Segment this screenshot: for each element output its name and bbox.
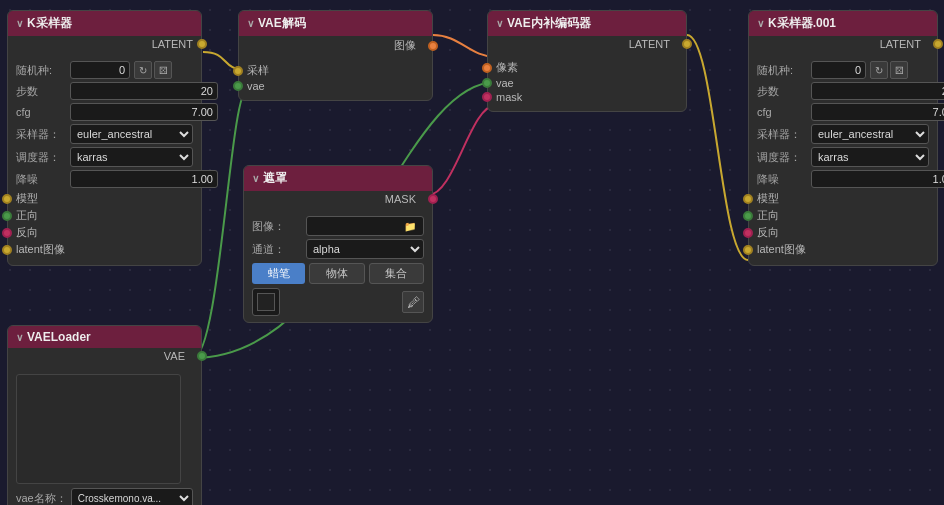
vae-inpaint-header: ∨ VAE内补编码器: [488, 11, 686, 36]
vae-output-port[interactable]: [197, 351, 207, 361]
vae-name-select[interactable]: Crosskemono.va...: [71, 488, 193, 505]
mask-draw-area[interactable]: [252, 288, 280, 316]
collapse-icon-mask[interactable]: ∨: [252, 173, 259, 184]
sampler-select-2[interactable]: euler_ancestral: [811, 124, 929, 144]
latent-output-port-2[interactable]: [682, 39, 692, 49]
mask-tools-row: 🖉: [252, 288, 424, 316]
channel-field-label: 通道：: [252, 242, 302, 257]
scheduler-label-2: 调度器：: [757, 150, 807, 165]
vae-input-port-dec[interactable]: [233, 81, 243, 91]
object-button[interactable]: 物体: [309, 263, 364, 284]
sampler-label-2: 采样器：: [757, 127, 807, 142]
latent-output-label-2: LATENT: [629, 38, 670, 50]
scheduler-select[interactable]: karras: [70, 147, 193, 167]
mask-node: ∨ 遮罩 MASK 图像： 📁 通道： alpha red green blue…: [243, 165, 433, 323]
dice-button[interactable]: ⚄: [154, 61, 172, 79]
positive-input-port[interactable]: [2, 211, 12, 221]
image-field-label: 图像：: [252, 219, 302, 234]
denoise-input[interactable]: [70, 170, 218, 188]
negative-port-label: 反向: [16, 225, 38, 240]
latent-image-input-port-2[interactable]: [743, 245, 753, 255]
model-port-label: 模型: [16, 191, 38, 206]
sampler-row: 采样器： euler_ancestral: [16, 124, 193, 144]
steps-label-2: 步数: [757, 84, 807, 99]
k-sampler-1-node: ∨ K采样器 LATENT 随机种: ↻ ⚄ 步数 cfg 采样器： euler…: [7, 10, 202, 266]
vae-port-label-inp: vae: [496, 77, 514, 89]
vae-loader-node: ∨ VAELoader VAE vae名称： Crosskemono.va...: [7, 325, 202, 505]
vae-input-port-inp[interactable]: [482, 78, 492, 88]
k-sampler-1-header: ∨ K采样器: [8, 11, 201, 36]
collapse-icon-vae-inp[interactable]: ∨: [496, 18, 503, 29]
folder-icon[interactable]: 📁: [401, 217, 419, 235]
vae-decoder-body: 采样 vae: [239, 55, 432, 100]
brush-button[interactable]: 蜡笔: [252, 263, 305, 284]
pixel-input-port[interactable]: [482, 63, 492, 73]
model-input-port-2[interactable]: [743, 194, 753, 204]
negative-input-port-2[interactable]: [743, 228, 753, 238]
random-seed-label: 随机种:: [16, 63, 66, 78]
vae-decoder-node: ∨ VAE解码 图像 采样 vae: [238, 10, 433, 101]
model-input-port[interactable]: [2, 194, 12, 204]
cfg-input-2[interactable]: [811, 103, 944, 121]
collapse-icon-vae-dec[interactable]: ∨: [247, 18, 254, 29]
latent-image-input-port[interactable]: [2, 245, 12, 255]
random-seed-input[interactable]: [70, 61, 130, 79]
sampler-label: 采样器：: [16, 127, 66, 142]
mask-output-row: MASK: [244, 191, 432, 207]
latent-output-label: LATENT: [152, 38, 193, 50]
latent-output-port[interactable]: [197, 39, 207, 49]
sample-port-row: 采样: [247, 63, 424, 78]
vae-inpaint-title: VAE内补编码器: [507, 15, 591, 32]
denoise-row-2: 降噪: [757, 170, 929, 188]
set-button[interactable]: 集合: [369, 263, 424, 284]
latent-output-row: LATENT: [8, 36, 201, 52]
steps-row: 步数: [16, 82, 193, 100]
vae-name-label: vae名称：: [16, 491, 67, 506]
sample-port-label: 采样: [247, 63, 269, 78]
positive-input-port-2[interactable]: [743, 211, 753, 221]
latent-image-port-row: latent图像: [16, 242, 193, 257]
latent-output-row-2: LATENT: [488, 36, 686, 52]
latent-output-port-3[interactable]: [933, 39, 943, 49]
cfg-label-2: cfg: [757, 106, 807, 118]
mask-output-port[interactable]: [428, 194, 438, 204]
steps-row-2: 步数: [757, 82, 929, 100]
latent-output-row-3: LATENT: [749, 36, 937, 52]
negative-input-port[interactable]: [2, 228, 12, 238]
refresh-seed-button[interactable]: ↻: [134, 61, 152, 79]
denoise-input-2[interactable]: [811, 170, 944, 188]
mask-input-port[interactable]: [482, 92, 492, 102]
model-port-row-2: 模型: [757, 191, 929, 206]
image-output-row: 图像: [239, 36, 432, 55]
sample-input-port[interactable]: [233, 66, 243, 76]
steps-input[interactable]: [70, 82, 218, 100]
collapse-icon-2[interactable]: ∨: [757, 18, 764, 29]
image-output-port[interactable]: [428, 41, 438, 51]
k-sampler-2-node: ∨ K采样器.001 LATENT 随机种: ↻ ⚄ 步数 cfg 采样器： e…: [748, 10, 938, 266]
pixel-port-label: 像素: [496, 60, 518, 75]
model-port-row: 模型: [16, 191, 193, 206]
k-sampler-1-title: K采样器: [27, 15, 72, 32]
channel-select[interactable]: alpha red green blue: [306, 239, 424, 259]
latent-image-port-label-2: latent图像: [757, 242, 806, 257]
mask-port-row: mask: [496, 91, 678, 103]
denoise-label: 降噪: [16, 172, 66, 187]
sampler-select[interactable]: euler_ancestral: [70, 124, 193, 144]
cfg-label: cfg: [16, 106, 66, 118]
cfg-input[interactable]: [70, 103, 218, 121]
eyedropper-icon[interactable]: 🖉: [402, 291, 424, 313]
latent-image-port-label: latent图像: [16, 242, 65, 257]
collapse-icon-1[interactable]: ∨: [16, 18, 23, 29]
random-seed-input-2[interactable]: [811, 61, 866, 79]
positive-port-label: 正向: [16, 208, 38, 223]
collapse-icon-vl[interactable]: ∨: [16, 332, 23, 343]
vae-output-label: VAE: [164, 350, 185, 362]
vae-inpaint-node: ∨ VAE内补编码器 LATENT 像素 vae mask: [487, 10, 687, 112]
cfg-row-2: cfg: [757, 103, 929, 121]
dice-button-2[interactable]: ⚄: [890, 61, 908, 79]
steps-input-2[interactable]: [811, 82, 944, 100]
positive-port-row-2: 正向: [757, 208, 929, 223]
refresh-seed-button-2[interactable]: ↻: [870, 61, 888, 79]
negative-port-row: 反向: [16, 225, 193, 240]
scheduler-select-2[interactable]: karras: [811, 147, 929, 167]
